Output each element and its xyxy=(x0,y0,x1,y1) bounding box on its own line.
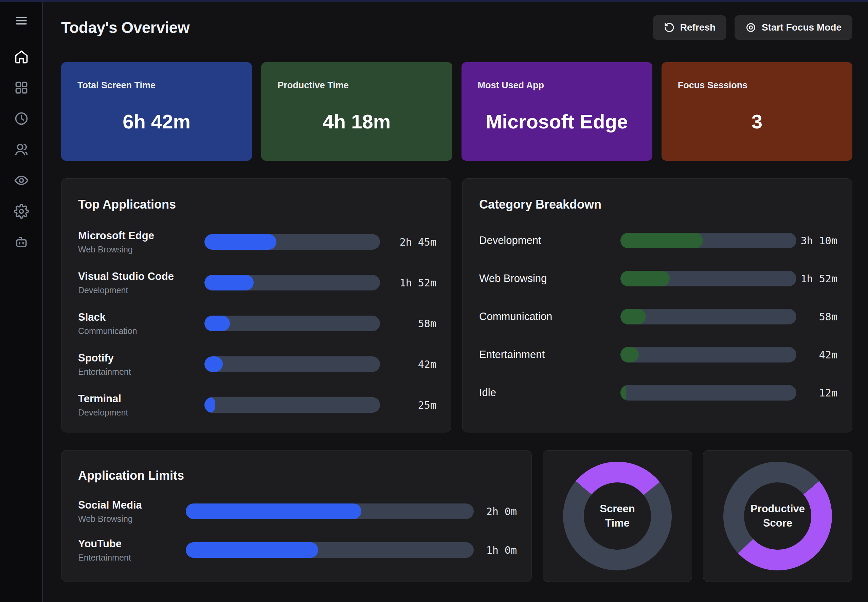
gear-icon xyxy=(14,204,29,219)
application-limits-list: Social Media Web Browsing 2h 0m YouTube … xyxy=(78,492,517,570)
app-name: Spotify xyxy=(78,352,204,364)
app-category: Development xyxy=(78,285,204,295)
sidebar-item-history[interactable] xyxy=(13,111,29,127)
usage-bar-fill xyxy=(204,275,254,290)
users-icon xyxy=(14,142,29,157)
bottom-row: Application Limits Social Media Web Brow… xyxy=(61,450,853,582)
donut-label-line: Productive xyxy=(750,502,805,516)
app-name: Slack xyxy=(78,311,204,324)
donut-label-line: Time xyxy=(605,516,630,530)
app-labels: Spotify Entertainment xyxy=(78,352,204,377)
limit-category: Web Browsing xyxy=(78,514,186,524)
category-time: 42m xyxy=(796,349,837,361)
limit-row: Social Media Web Browsing 2h 0m xyxy=(78,492,517,531)
category-breakdown-panel: Category Breakdown Development 3h 10m We… xyxy=(462,178,853,433)
limit-bar-fill xyxy=(186,542,318,558)
app-category: Web Browsing xyxy=(78,244,204,255)
productive-score-donut-card: ProductiveScore xyxy=(703,450,853,582)
app-usage-row: Microsoft Edge Web Browsing 2h 45m xyxy=(78,221,436,262)
top-applications-list: Microsoft Edge Web Browsing 2h 45m Visua… xyxy=(78,221,436,425)
stat-card: Productive Time 4h 18m xyxy=(261,62,452,161)
stat-card-label: Focus Sessions xyxy=(678,80,853,91)
category-bar-track xyxy=(620,271,796,286)
charts-row: Top Applications Microsoft Edge Web Brow… xyxy=(61,178,853,433)
usage-bar-track xyxy=(204,397,380,413)
start-focus-mode-button[interactable]: Start Focus Mode xyxy=(735,15,853,40)
focus-eye-icon xyxy=(745,22,756,33)
screen-time-donut-label: ScreenTime xyxy=(584,482,651,550)
stat-card-value: 4h 18m xyxy=(261,110,452,134)
stat-card-value: 3 xyxy=(661,110,853,134)
category-name: Development xyxy=(479,234,620,247)
top-applications-panel: Top Applications Microsoft Edge Web Brow… xyxy=(61,178,451,433)
stat-card-label: Most Used App xyxy=(478,80,652,91)
menu-button[interactable] xyxy=(13,12,29,29)
application-limits-panel: Application Limits Social Media Web Brow… xyxy=(61,450,532,582)
sidebar-item-dashboard[interactable] xyxy=(13,80,29,96)
sidebar-item-users[interactable] xyxy=(13,141,29,158)
category-row: Idle 12m xyxy=(479,374,837,412)
app-usage-row: Spotify Entertainment 42m xyxy=(78,344,436,385)
sidebar-item-home[interactable] xyxy=(13,49,29,65)
usage-bar-fill xyxy=(204,234,276,250)
stat-card: Total Screen Time 6h 42m xyxy=(61,62,252,161)
category-bar-fill xyxy=(620,385,626,401)
grid-icon xyxy=(14,80,29,95)
start-focus-mode-label: Start Focus Mode xyxy=(762,22,842,33)
stat-cards: Total Screen Time 6h 42m Productive Time… xyxy=(61,62,853,161)
usage-time: 25m xyxy=(380,399,436,411)
category-name: Entertainment xyxy=(479,348,620,361)
productive-score-donut: ProductiveScore xyxy=(723,462,832,570)
limit-name: YouTube xyxy=(78,538,186,550)
sidebar-item-settings[interactable] xyxy=(13,203,29,220)
page-header: Today's Overview Refresh Start Focus Mod… xyxy=(61,15,853,40)
category-bar-track xyxy=(620,385,796,401)
usage-bar-track xyxy=(204,356,380,372)
category-bar-fill xyxy=(620,233,703,248)
app-category: Communication xyxy=(78,326,204,336)
usage-bar-fill xyxy=(204,356,223,372)
category-name: Idle xyxy=(479,386,620,399)
category-breakdown-title: Category Breakdown xyxy=(479,197,837,212)
stat-card-value: 6h 42m xyxy=(61,110,252,134)
category-bar-track xyxy=(620,233,796,248)
productive-score-donut-label: ProductiveScore xyxy=(744,482,811,550)
category-time: 3h 10m xyxy=(796,235,837,247)
clock-icon xyxy=(14,111,29,126)
page-title: Today's Overview xyxy=(61,18,190,37)
sidebar xyxy=(0,2,43,602)
refresh-button[interactable]: Refresh xyxy=(653,15,726,40)
screen-time-donut-card: ScreenTime xyxy=(543,450,692,582)
category-bar-track xyxy=(620,347,796,362)
screen-time-donut: ScreenTime xyxy=(563,462,672,570)
refresh-label: Refresh xyxy=(680,22,716,33)
usage-time: 1h 52m xyxy=(380,277,436,289)
refresh-icon xyxy=(664,22,675,33)
usage-bar-track xyxy=(204,316,380,331)
app-usage-row: Visual Studio Code Development 1h 52m xyxy=(78,262,436,303)
category-row: Entertainment 42m xyxy=(479,336,837,374)
application-limits-title: Application Limits xyxy=(78,468,517,483)
donut-label-line: Screen xyxy=(600,502,635,516)
sidebar-item-focus[interactable] xyxy=(13,172,29,189)
limit-labels: Social Media Web Browsing xyxy=(78,499,186,524)
category-time: 1h 52m xyxy=(796,273,837,285)
header-actions: Refresh Start Focus Mode xyxy=(653,15,853,40)
stat-card: Focus Sessions 3 xyxy=(661,62,853,161)
category-name: Web Browsing xyxy=(479,272,620,285)
app-category: Entertainment xyxy=(78,367,204,377)
usage-time: 2h 45m xyxy=(380,236,436,248)
eye-icon xyxy=(14,173,29,188)
app-name: Terminal xyxy=(78,392,204,405)
limit-labels: YouTube Entertainment xyxy=(78,538,186,563)
app-usage-row: Slack Communication 58m xyxy=(78,303,436,344)
main-content: Today's Overview Refresh Start Focus Mod… xyxy=(44,2,868,602)
limit-category: Entertainment xyxy=(78,553,186,563)
app-name: Visual Studio Code xyxy=(78,270,204,283)
app-labels: Terminal Development xyxy=(78,392,204,418)
sidebar-item-assistant[interactable] xyxy=(13,234,29,250)
usage-bar-track xyxy=(204,275,380,290)
limit-name: Social Media xyxy=(78,499,186,511)
donut-label-line: Score xyxy=(763,516,792,530)
limit-bar-track xyxy=(186,504,474,519)
